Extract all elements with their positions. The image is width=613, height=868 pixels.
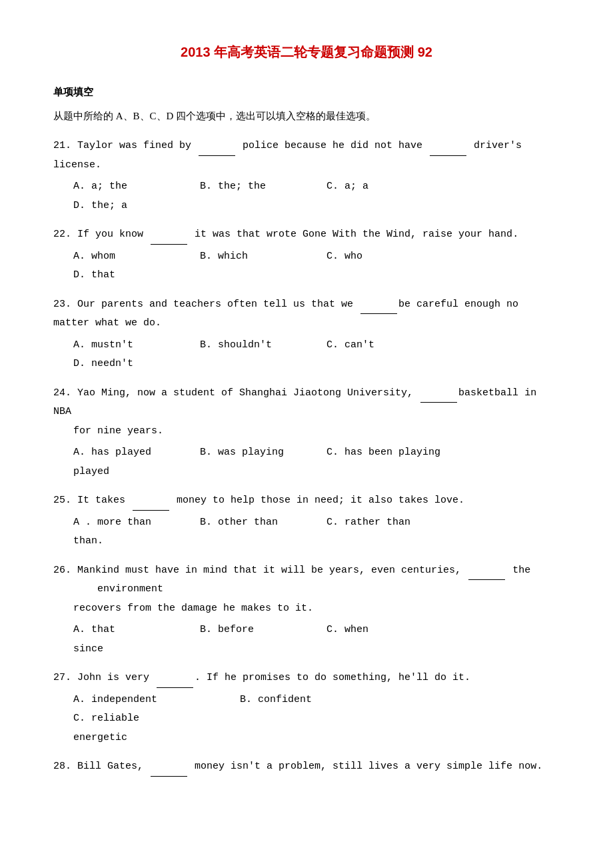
q27-option-c: C. reliable [73, 709, 240, 729]
question-24: 24. Yao Ming, now a student of Shanghai … [53, 383, 560, 482]
q26-option-d-text: since [73, 640, 560, 659]
q23-option-d-text: D. needn't [73, 355, 560, 374]
question-25: 25. It takes money to help those in need… [53, 491, 560, 551]
q21-option-c: C. a; a [326, 177, 453, 197]
question-24-text: 24. Yao Ming, now a student of Shanghai … [53, 383, 560, 422]
question-21-text: 21. Taylor was fined by police because h… [53, 136, 560, 175]
question-27: 27. John is very . If he promises to do … [53, 668, 560, 747]
q22-option-b: B. which [200, 247, 326, 267]
q25-option-a: A . more than [73, 513, 200, 533]
q21-option-b: B. the; the [200, 177, 326, 197]
q25-option-c: C. rather than [326, 513, 453, 533]
question-26: 26. Mankind must have in mind that it wi… [53, 561, 560, 659]
q22-option-c: C. who [326, 247, 453, 267]
q26-option-b: B. before [200, 621, 326, 640]
question-26-text: 26. Mankind must have in mind that it wi… [53, 561, 560, 581]
q22-option-d: D. that [73, 266, 200, 285]
q23-option-a: A. mustn't [73, 336, 200, 355]
q27-option-a: A. independent [73, 691, 240, 710]
q25-option-b: B. other than [200, 513, 326, 533]
q26-continuation1: environment [73, 580, 560, 599]
q25-option-d-text: than. [73, 532, 560, 551]
q21-option-d: D. the; a [73, 197, 200, 216]
q26-continuation2: recovers from the damage he makes to it. [73, 599, 560, 619]
q26-option-c: C. when [326, 621, 453, 640]
q24-option-a: A. has played [73, 443, 200, 463]
instruction: 从题中所给的 A、B、C、D 四个选项中，选出可以填入空格的最佳选项。 [53, 107, 560, 125]
q23-option-c: C. can't [326, 336, 453, 355]
section-title: 单项填空 [53, 83, 560, 101]
question-28-text: 28. Bill Gates, money isn't a problem, s… [53, 757, 560, 777]
q27-option-d-text: energetic [73, 729, 560, 748]
question-23-text: 23. Our parents and teachers often tell … [53, 295, 560, 333]
q27-option-b: B. confident [240, 691, 406, 710]
q22-option-a: A. whom [73, 247, 200, 267]
question-22-text: 22. If you know it was that wrote Gone W… [53, 225, 560, 245]
question-23: 23. Our parents and teachers often tell … [53, 295, 560, 374]
question-21: 21. Taylor was fined by police because h… [53, 136, 560, 215]
question-28: 28. Bill Gates, money isn't a problem, s… [53, 757, 560, 777]
q26-option-a: A. that [73, 621, 200, 640]
question-25-text: 25. It takes money to help those in need… [53, 491, 560, 511]
q24-option-c: C. has been playing [326, 443, 453, 463]
q27-option-d [240, 709, 406, 729]
q21-option-a: A. a; the [73, 177, 200, 197]
q24-option-b: B. was playing [200, 443, 326, 463]
q23-option-b: B. shouldn't [200, 336, 326, 355]
q24-continuation: for nine years. [73, 422, 560, 441]
question-27-text: 27. John is very . If he promises to do … [53, 668, 560, 688]
question-22: 22. If you know it was that wrote Gone W… [53, 225, 560, 285]
page-title: 2013 年高考英语二轮专题复习命题预测 92 [53, 40, 560, 64]
q24-option-d-text: played [73, 463, 560, 482]
